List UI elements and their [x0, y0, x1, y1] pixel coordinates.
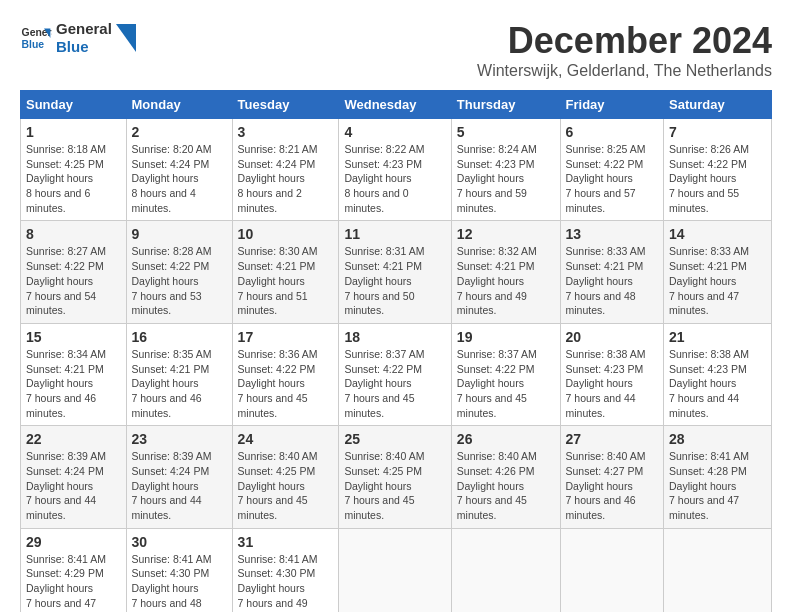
day-info: Sunrise: 8:41 AM Sunset: 4:30 PM Dayligh…: [238, 552, 334, 612]
day-info: Sunrise: 8:27 AM Sunset: 4:22 PM Dayligh…: [26, 244, 121, 317]
table-row: 28 Sunrise: 8:41 AM Sunset: 4:28 PM Dayl…: [664, 426, 772, 528]
table-row: 30 Sunrise: 8:41 AM Sunset: 4:30 PM Dayl…: [126, 528, 232, 612]
day-number: 20: [566, 329, 659, 345]
table-row: 24 Sunrise: 8:40 AM Sunset: 4:25 PM Dayl…: [232, 426, 339, 528]
day-number: 24: [238, 431, 334, 447]
table-row: 13 Sunrise: 8:33 AM Sunset: 4:21 PM Dayl…: [560, 221, 664, 323]
day-number: 26: [457, 431, 555, 447]
table-row: 6 Sunrise: 8:25 AM Sunset: 4:22 PM Dayli…: [560, 119, 664, 221]
header-saturday: Saturday: [664, 91, 772, 119]
day-number: 3: [238, 124, 334, 140]
day-info: Sunrise: 8:38 AM Sunset: 4:23 PM Dayligh…: [669, 347, 766, 420]
table-row: [560, 528, 664, 612]
table-row: 20 Sunrise: 8:38 AM Sunset: 4:23 PM Dayl…: [560, 323, 664, 425]
day-number: 16: [132, 329, 227, 345]
day-info: Sunrise: 8:37 AM Sunset: 4:22 PM Dayligh…: [457, 347, 555, 420]
day-number: 29: [26, 534, 121, 550]
day-number: 7: [669, 124, 766, 140]
day-number: 19: [457, 329, 555, 345]
day-number: 31: [238, 534, 334, 550]
day-info: Sunrise: 8:41 AM Sunset: 4:29 PM Dayligh…: [26, 552, 121, 612]
table-row: [451, 528, 560, 612]
day-number: 10: [238, 226, 334, 242]
day-info: Sunrise: 8:39 AM Sunset: 4:24 PM Dayligh…: [132, 449, 227, 522]
calendar-table: Sunday Monday Tuesday Wednesday Thursday…: [20, 90, 772, 612]
day-info: Sunrise: 8:33 AM Sunset: 4:21 PM Dayligh…: [669, 244, 766, 317]
table-row: 3 Sunrise: 8:21 AM Sunset: 4:24 PM Dayli…: [232, 119, 339, 221]
day-number: 15: [26, 329, 121, 345]
table-row: 12 Sunrise: 8:32 AM Sunset: 4:21 PM Dayl…: [451, 221, 560, 323]
day-number: 12: [457, 226, 555, 242]
table-row: 23 Sunrise: 8:39 AM Sunset: 4:24 PM Dayl…: [126, 426, 232, 528]
table-row: 7 Sunrise: 8:26 AM Sunset: 4:22 PM Dayli…: [664, 119, 772, 221]
day-info: Sunrise: 8:38 AM Sunset: 4:23 PM Dayligh…: [566, 347, 659, 420]
header-monday: Monday: [126, 91, 232, 119]
day-info: Sunrise: 8:40 AM Sunset: 4:26 PM Dayligh…: [457, 449, 555, 522]
day-info: Sunrise: 8:41 AM Sunset: 4:28 PM Dayligh…: [669, 449, 766, 522]
table-row: [339, 528, 451, 612]
day-number: 18: [344, 329, 445, 345]
title-section: December 2024 Winterswijk, Gelderland, T…: [477, 20, 772, 80]
table-row: 9 Sunrise: 8:28 AM Sunset: 4:22 PM Dayli…: [126, 221, 232, 323]
table-row: 25 Sunrise: 8:40 AM Sunset: 4:25 PM Dayl…: [339, 426, 451, 528]
page-header: General Blue General Blue December 2024 …: [20, 20, 772, 80]
day-info: Sunrise: 8:24 AM Sunset: 4:23 PM Dayligh…: [457, 142, 555, 215]
table-row: 4 Sunrise: 8:22 AM Sunset: 4:23 PM Dayli…: [339, 119, 451, 221]
day-info: Sunrise: 8:40 AM Sunset: 4:25 PM Dayligh…: [344, 449, 445, 522]
day-info: Sunrise: 8:35 AM Sunset: 4:21 PM Dayligh…: [132, 347, 227, 420]
day-info: Sunrise: 8:32 AM Sunset: 4:21 PM Dayligh…: [457, 244, 555, 317]
day-number: 17: [238, 329, 334, 345]
day-number: 21: [669, 329, 766, 345]
table-row: 16 Sunrise: 8:35 AM Sunset: 4:21 PM Dayl…: [126, 323, 232, 425]
day-info: Sunrise: 8:21 AM Sunset: 4:24 PM Dayligh…: [238, 142, 334, 215]
logo: General Blue General Blue: [20, 20, 136, 56]
table-row: 29 Sunrise: 8:41 AM Sunset: 4:29 PM Dayl…: [21, 528, 127, 612]
day-number: 27: [566, 431, 659, 447]
day-info: Sunrise: 8:41 AM Sunset: 4:30 PM Dayligh…: [132, 552, 227, 612]
month-title: December 2024: [477, 20, 772, 62]
table-row: 5 Sunrise: 8:24 AM Sunset: 4:23 PM Dayli…: [451, 119, 560, 221]
table-row: 1 Sunrise: 8:18 AM Sunset: 4:25 PM Dayli…: [21, 119, 127, 221]
table-row: 21 Sunrise: 8:38 AM Sunset: 4:23 PM Dayl…: [664, 323, 772, 425]
table-row: 19 Sunrise: 8:37 AM Sunset: 4:22 PM Dayl…: [451, 323, 560, 425]
table-row: [664, 528, 772, 612]
day-number: 9: [132, 226, 227, 242]
table-row: 22 Sunrise: 8:39 AM Sunset: 4:24 PM Dayl…: [21, 426, 127, 528]
header-tuesday: Tuesday: [232, 91, 339, 119]
calendar-header: Sunday Monday Tuesday Wednesday Thursday…: [21, 91, 772, 119]
day-number: 28: [669, 431, 766, 447]
header-thursday: Thursday: [451, 91, 560, 119]
day-info: Sunrise: 8:36 AM Sunset: 4:22 PM Dayligh…: [238, 347, 334, 420]
day-number: 30: [132, 534, 227, 550]
day-info: Sunrise: 8:33 AM Sunset: 4:21 PM Dayligh…: [566, 244, 659, 317]
calendar-body: 1 Sunrise: 8:18 AM Sunset: 4:25 PM Dayli…: [21, 119, 772, 613]
day-number: 8: [26, 226, 121, 242]
table-row: 31 Sunrise: 8:41 AM Sunset: 4:30 PM Dayl…: [232, 528, 339, 612]
day-number: 1: [26, 124, 121, 140]
day-info: Sunrise: 8:22 AM Sunset: 4:23 PM Dayligh…: [344, 142, 445, 215]
table-row: 17 Sunrise: 8:36 AM Sunset: 4:22 PM Dayl…: [232, 323, 339, 425]
day-info: Sunrise: 8:39 AM Sunset: 4:24 PM Dayligh…: [26, 449, 121, 522]
header-sunday: Sunday: [21, 91, 127, 119]
day-info: Sunrise: 8:28 AM Sunset: 4:22 PM Dayligh…: [132, 244, 227, 317]
logo-icon: General Blue: [20, 22, 52, 54]
table-row: 18 Sunrise: 8:37 AM Sunset: 4:22 PM Dayl…: [339, 323, 451, 425]
table-row: 27 Sunrise: 8:40 AM Sunset: 4:27 PM Dayl…: [560, 426, 664, 528]
day-info: Sunrise: 8:26 AM Sunset: 4:22 PM Dayligh…: [669, 142, 766, 215]
day-info: Sunrise: 8:30 AM Sunset: 4:21 PM Dayligh…: [238, 244, 334, 317]
day-info: Sunrise: 8:18 AM Sunset: 4:25 PM Dayligh…: [26, 142, 121, 215]
day-info: Sunrise: 8:37 AM Sunset: 4:22 PM Dayligh…: [344, 347, 445, 420]
table-row: 11 Sunrise: 8:31 AM Sunset: 4:21 PM Dayl…: [339, 221, 451, 323]
table-row: 10 Sunrise: 8:30 AM Sunset: 4:21 PM Dayl…: [232, 221, 339, 323]
day-info: Sunrise: 8:40 AM Sunset: 4:25 PM Dayligh…: [238, 449, 334, 522]
table-row: 26 Sunrise: 8:40 AM Sunset: 4:26 PM Dayl…: [451, 426, 560, 528]
day-number: 14: [669, 226, 766, 242]
day-info: Sunrise: 8:25 AM Sunset: 4:22 PM Dayligh…: [566, 142, 659, 215]
svg-marker-3: [116, 24, 136, 52]
day-number: 6: [566, 124, 659, 140]
svg-text:Blue: Blue: [22, 39, 45, 50]
logo-arrow-icon: [116, 24, 136, 52]
day-number: 23: [132, 431, 227, 447]
header-friday: Friday: [560, 91, 664, 119]
day-number: 2: [132, 124, 227, 140]
